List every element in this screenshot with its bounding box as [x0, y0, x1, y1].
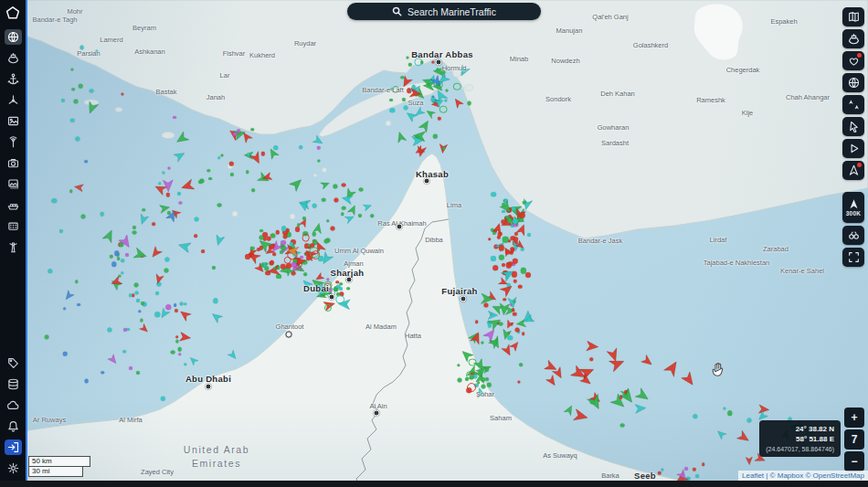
vessel-marker[interactable]: [330, 226, 334, 230]
vessel-marker[interactable]: [467, 101, 471, 106]
vessel-count-button[interactable]: 300K: [842, 192, 864, 223]
vessel-marker[interactable]: [132, 230, 136, 235]
vessel-marker[interactable]: [507, 217, 513, 223]
vessel-marker[interactable]: [390, 88, 394, 91]
vessel-marker[interactable]: [299, 145, 302, 149]
ais-stations-icon[interactable]: [5, 134, 22, 150]
vessel-marker[interactable]: [123, 350, 127, 354]
vessel-marker[interactable]: [89, 89, 93, 93]
vessel-marker[interactable]: [252, 188, 256, 192]
vessel-marker[interactable]: [141, 302, 144, 305]
vessel-marker[interactable]: [590, 400, 595, 405]
vessel-marker[interactable]: [406, 56, 408, 58]
vessel-marker[interactable]: [194, 234, 197, 238]
search-bar[interactable]: Search MarineTraffic: [347, 3, 541, 20]
vessel-marker[interactable]: [175, 335, 179, 339]
vessel-marker[interactable]: [282, 234, 287, 238]
tags-icon[interactable]: [5, 355, 22, 371]
vessel-marker[interactable]: [481, 385, 485, 389]
vessel-marker[interactable]: [100, 212, 104, 217]
ports-anchor-icon[interactable]: [5, 71, 22, 87]
vessel-marker[interactable]: [620, 423, 625, 428]
vessel-marker[interactable]: [153, 222, 156, 226]
vessel-marker[interactable]: [513, 279, 518, 283]
vessel-marker[interactable]: [286, 263, 291, 269]
vessel-marker[interactable]: [81, 215, 86, 219]
vessel-marker[interactable]: [291, 255, 309, 266]
vessel-marker[interactable]: [502, 263, 505, 267]
vessel-marker[interactable]: [126, 328, 130, 332]
vessel-marker[interactable]: [125, 253, 129, 257]
vessel-marker[interactable]: [109, 255, 113, 259]
vessel-marker[interactable]: [208, 177, 212, 181]
vessel-marker[interactable]: [250, 128, 254, 132]
vessel-marker[interactable]: [45, 335, 49, 340]
vessel-marker[interactable]: [466, 371, 475, 380]
vessel-marker[interactable]: [250, 247, 255, 251]
vessel-marker[interactable]: [342, 183, 346, 187]
vessel-marker[interactable]: [522, 200, 526, 205]
vessel-marker[interactable]: [259, 229, 263, 233]
navigate-button[interactable]: [842, 161, 864, 180]
vessel-marker[interactable]: [198, 180, 202, 184]
vessel-marker[interactable]: [684, 467, 688, 471]
vessel-marker[interactable]: [488, 238, 492, 241]
wind-farms-icon[interactable]: [5, 92, 22, 108]
vessel-marker[interactable]: [69, 189, 73, 193]
vessel-marker[interactable]: [265, 262, 269, 266]
vessel-marker[interactable]: [177, 347, 182, 352]
sign-in-icon[interactable]: [5, 439, 22, 455]
vessel-marker[interactable]: [129, 293, 132, 297]
vessel-marker[interactable]: [619, 396, 623, 399]
vessel-marker[interactable]: [503, 237, 509, 243]
vessel-marker[interactable]: [746, 453, 754, 470]
vessel-marker[interactable]: [522, 332, 525, 335]
vessel-marker[interactable]: [702, 462, 705, 466]
fullscreen-button[interactable]: [842, 248, 864, 267]
vessel-marker[interactable]: [134, 291, 139, 295]
cloud-services-icon[interactable]: [5, 397, 22, 413]
vessel-marker[interactable]: [430, 66, 447, 76]
vessel-marker[interactable]: [302, 234, 310, 242]
pointer-tool-button[interactable]: [842, 117, 864, 136]
vessel-marker[interactable]: [404, 105, 408, 110]
live-map-icon[interactable]: [5, 29, 22, 45]
vessel-marker[interactable]: [358, 187, 363, 192]
settings-icon[interactable]: [5, 461, 22, 476]
vessel-marker[interactable]: [246, 170, 249, 174]
playback-button[interactable]: [842, 139, 864, 158]
cruise-ship-icon[interactable]: [5, 50, 22, 66]
vessel-marker[interactable]: [220, 154, 223, 156]
vessel-marker[interactable]: [259, 235, 264, 239]
vessel-marker[interactable]: [173, 116, 176, 120]
vessel-marker[interactable]: [492, 265, 498, 270]
vessel-marker[interactable]: [275, 230, 280, 235]
vessel-marker[interactable]: [118, 274, 121, 277]
vessel-marker[interactable]: [63, 352, 68, 356]
vessel-marker[interactable]: [194, 217, 198, 221]
vessel-marker[interactable]: [201, 249, 205, 253]
vessel-marker[interactable]: [317, 284, 322, 289]
vessel-marker[interactable]: [117, 257, 121, 260]
vessel-marker[interactable]: [442, 146, 446, 150]
vessel-marker[interactable]: [590, 357, 594, 361]
zoom-out-button[interactable]: −: [844, 451, 864, 471]
vessel-marker[interactable]: [79, 84, 83, 89]
vessel-marker[interactable]: [79, 45, 84, 49]
map-attribution[interactable]: Leaflet | © Mapbox © OpenStreetMap: [738, 471, 868, 481]
camera-icon[interactable]: [5, 155, 22, 171]
vessel-marker[interactable]: [695, 474, 699, 478]
vessel-marker[interactable]: [261, 263, 265, 267]
vessel-marker[interactable]: [84, 379, 89, 384]
vessel-marker[interactable]: [453, 82, 461, 90]
vessel-marker[interactable]: [101, 371, 105, 375]
vessel-marker[interactable]: [484, 311, 501, 320]
photo-card-icon[interactable]: [5, 113, 22, 129]
favorites-button[interactable]: [842, 51, 864, 70]
binoculars-button[interactable]: [842, 226, 864, 245]
photos-icon[interactable]: [5, 176, 22, 192]
vessel-marker[interactable]: [71, 88, 75, 91]
vessel-marker[interactable]: [179, 302, 184, 306]
vessel-marker[interactable]: [129, 366, 132, 370]
vessel-marker[interactable]: [63, 307, 67, 311]
